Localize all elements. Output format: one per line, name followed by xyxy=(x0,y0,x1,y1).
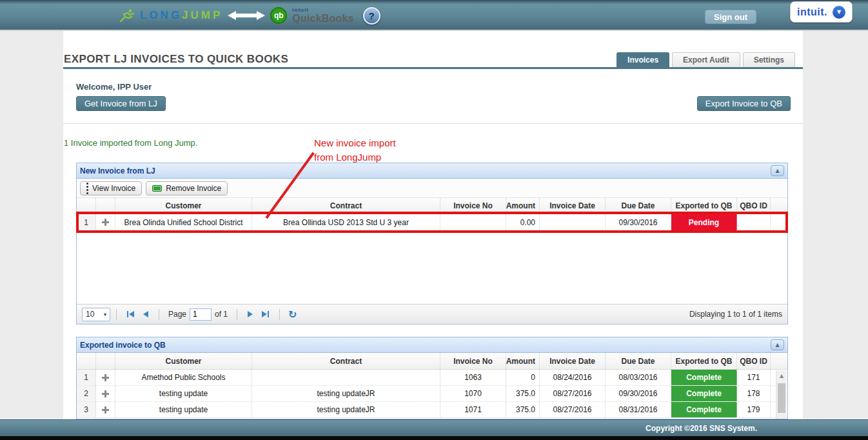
cell-contract: Brea Ollinda USD 2013 Std U 3 year xyxy=(252,214,440,230)
col-contract[interactable]: Contract xyxy=(252,353,440,369)
prev-page-icon[interactable] xyxy=(143,311,148,317)
col-qbo-id[interactable]: QBO ID xyxy=(737,353,771,369)
title-underline xyxy=(63,67,803,69)
cell-invoice-no xyxy=(440,214,506,230)
refresh-icon[interactable]: ↻ xyxy=(288,308,297,321)
col-invoice-date[interactable]: Invoice Date xyxy=(540,198,606,214)
col-amount[interactable]: Amount xyxy=(506,198,540,214)
tab-settings[interactable]: Settings xyxy=(743,52,795,67)
cell-customer: Amethod Public Schools xyxy=(115,370,252,385)
view-invoice-dots-icon xyxy=(86,183,88,194)
status-badge: Complete xyxy=(671,370,737,385)
table-row[interactable]: 1 Brea Olinda Unified School District Br… xyxy=(77,214,787,231)
status-badge: Pending xyxy=(671,214,737,230)
intuit-brand-label: intuit. xyxy=(797,6,827,18)
row-number: 1 xyxy=(77,214,96,230)
quickbooks-logo: intuit QuickBooks xyxy=(292,8,353,24)
chevron-down-icon[interactable]: ▼ xyxy=(833,6,845,19)
new-invoice-panel: New Invoice from LJ ▲ View Invoice Remov… xyxy=(76,163,788,325)
col-amount[interactable]: Amount xyxy=(506,353,540,369)
col-due-date[interactable]: Due Date xyxy=(606,198,671,214)
exported-panel-title: Exported invoice to QB xyxy=(80,341,166,350)
header-bar: LONGJUMP qb intuit QuickBooks ? Sign out… xyxy=(0,0,868,31)
annotation-line2: from LongJump xyxy=(314,150,396,165)
col-exported[interactable]: Exported to QB xyxy=(671,198,737,214)
paging-toolbar: 10 ▾ Page of 1 ↻ Displaying 1 to 1 of 1 … xyxy=(77,304,787,324)
first-page-icon[interactable] xyxy=(127,311,134,317)
cell-customer: Brea Olinda Unified School District xyxy=(115,214,252,230)
panel-collapse-icon[interactable]: ▲ xyxy=(771,339,784,350)
col-qbo-id[interactable]: QBO ID xyxy=(737,198,771,214)
row-move-handle[interactable] xyxy=(96,386,115,401)
col-invoice-date[interactable]: Invoice Date xyxy=(540,353,606,369)
cell-due-date: 08/31/2016 xyxy=(606,402,671,417)
sign-out-button[interactable]: Sign out xyxy=(705,10,756,24)
page-number-input[interactable] xyxy=(190,308,212,321)
view-invoice-button[interactable]: View Invoice xyxy=(80,181,142,195)
col-invoice-no[interactable]: Invoice No xyxy=(440,353,506,369)
row-number: 1 xyxy=(77,370,96,385)
page-size-value: 10 xyxy=(86,310,94,319)
cell-amount: 0.00 xyxy=(506,214,540,230)
cell-amount: 0 xyxy=(506,370,540,385)
tab-invoices[interactable]: Invoices xyxy=(616,52,669,67)
table-row[interactable]: 2 testing update testing updateJR 1070 3… xyxy=(77,386,787,402)
cell-invoice-no: 1063 xyxy=(440,370,506,385)
app-window: LONGJUMP qb intuit QuickBooks ? Sign out… xyxy=(0,0,868,440)
scrollbar-up-icon[interactable]: ▲ xyxy=(776,370,787,381)
brand-cluster: LONGJUMP qb intuit QuickBooks ? xyxy=(119,5,380,26)
col-due-date[interactable]: Due Date xyxy=(606,353,671,369)
col-exported[interactable]: Exported to QB xyxy=(671,353,737,369)
page-label: Page xyxy=(168,310,186,319)
col-customer[interactable]: Customer xyxy=(115,198,252,214)
panel-collapse-icon[interactable]: ▲ xyxy=(771,165,784,176)
page-size-dropdown[interactable]: 10 ▾ xyxy=(82,308,110,321)
remove-invoice-button[interactable]: Remove Invoice xyxy=(146,181,228,195)
col-invoice-no[interactable]: Invoice No xyxy=(440,198,506,214)
col-customer[interactable]: Customer xyxy=(115,353,252,369)
footer-bar: Copyright ©2016 SNS System. xyxy=(0,419,868,436)
cell-customer: testing update xyxy=(115,386,252,401)
tab-bar: Invoices Export Audit Settings xyxy=(616,52,795,67)
export-invoice-button[interactable]: Export Invoice to QB xyxy=(697,96,791,111)
help-glyph: ? xyxy=(369,10,375,21)
help-icon[interactable]: ? xyxy=(363,7,380,25)
row-move-icon xyxy=(102,374,109,381)
bottom-edge xyxy=(0,436,868,440)
cell-amount: 375.0 xyxy=(506,402,540,417)
quickbooks-label: QuickBooks xyxy=(292,14,353,24)
cell-invoice-date: 08/24/2016 xyxy=(540,370,606,385)
cell-contract: testing updateJR xyxy=(252,402,440,417)
remove-invoice-label: Remove Invoice xyxy=(166,184,221,193)
table-row[interactable]: 1 Amethod Public Schools 1063 0 08/24/20… xyxy=(77,370,787,386)
row-number: 3 xyxy=(77,402,96,417)
row-move-handle[interactable] xyxy=(96,214,115,230)
cell-invoice-no: 1071 xyxy=(440,402,506,417)
row-move-icon xyxy=(102,406,109,414)
copyright-text: Copyright ©2016 SNS System. xyxy=(646,424,757,433)
intuit-logo[interactable]: intuit. ▼ xyxy=(790,1,853,23)
new-invoice-panel-title: New Invoice from LJ xyxy=(80,166,155,175)
row-number: 2 xyxy=(77,386,96,401)
annotation-line1: New invoice import xyxy=(314,136,396,150)
intuit-small-label: intuit xyxy=(292,8,353,13)
cell-invoice-date: 08/27/2016 xyxy=(540,386,606,401)
row-move-handle[interactable] xyxy=(96,402,115,417)
tab-export-audit[interactable]: Export Audit xyxy=(672,52,740,67)
qb-monogram: qb xyxy=(274,11,284,20)
cell-contract xyxy=(252,370,440,385)
col-move xyxy=(96,198,115,214)
last-page-icon[interactable] xyxy=(262,311,269,317)
exported-invoice-panel: Exported invoice to QB ▲ Customer Contra… xyxy=(76,337,788,419)
get-invoice-button[interactable]: Get Invoice from LJ xyxy=(76,96,166,111)
remove-invoice-icon xyxy=(152,185,162,192)
scrollbar-thumb[interactable] xyxy=(778,383,785,413)
display-range-text: Displaying 1 to 1 of 1 items xyxy=(689,310,782,319)
row-move-icon xyxy=(102,390,109,397)
row-move-handle[interactable] xyxy=(96,370,115,385)
annotation-text: New invoice import from LongJump xyxy=(314,136,396,165)
table-row[interactable]: 3 testing update testing updateJR 1071 3… xyxy=(77,402,787,418)
exported-panel-header: Exported invoice to QB ▲ xyxy=(77,337,787,353)
next-page-icon[interactable] xyxy=(248,311,253,317)
vertical-scrollbar[interactable]: ▲ xyxy=(776,370,787,419)
